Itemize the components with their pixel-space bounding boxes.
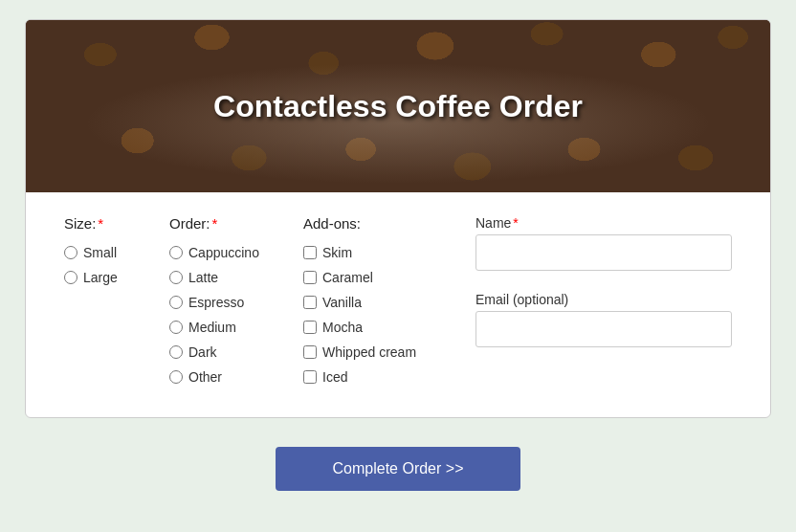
order-dark-label[interactable]: Dark <box>188 344 217 360</box>
addon-whipped-cream-item: Whipped cream <box>303 344 475 360</box>
order-medium-radio[interactable] <box>169 321 183 334</box>
addon-vanilla-item: Vanilla <box>303 295 475 310</box>
size-column: Size:* Small Large <box>64 215 169 388</box>
order-cappuccino-item: Cappuccino <box>169 245 303 260</box>
addon-iced-checkbox[interactable] <box>303 370 317 384</box>
contact-column: Name* Email (optional) <box>475 215 732 388</box>
footer: Complete Order >> <box>19 437 777 510</box>
addon-skim-checkbox[interactable] <box>303 246 317 259</box>
complete-order-button[interactable]: Complete Order >> <box>276 447 521 491</box>
addon-mocha-checkbox[interactable] <box>303 321 317 334</box>
name-input[interactable] <box>475 234 732 271</box>
order-medium-item: Medium <box>169 320 303 335</box>
addon-caramel-checkbox[interactable] <box>303 271 317 284</box>
size-label: Size:* <box>64 215 169 232</box>
email-input[interactable] <box>475 311 732 347</box>
order-dark-radio[interactable] <box>169 345 183 359</box>
size-small-label[interactable]: Small <box>83 245 117 260</box>
addon-iced-label[interactable]: Iced <box>322 369 347 385</box>
size-small-item: Small <box>64 245 169 260</box>
order-latte-item: Latte <box>169 270 303 285</box>
order-espresso-radio[interactable] <box>169 296 183 309</box>
addon-whipped-cream-checkbox[interactable] <box>303 345 317 359</box>
form-section: Size:* Small Large Order:* Cappuccino <box>26 192 770 417</box>
order-medium-label[interactable]: Medium <box>188 320 236 335</box>
email-field-label: Email (optional) <box>475 292 732 307</box>
order-cappuccino-radio[interactable] <box>169 246 183 259</box>
order-other-item: Other <box>169 369 303 385</box>
addon-vanilla-checkbox[interactable] <box>303 296 317 309</box>
addon-mocha-label[interactable]: Mocha <box>322 320 363 335</box>
addon-whipped-cream-label[interactable]: Whipped cream <box>322 344 416 360</box>
order-other-radio[interactable] <box>169 370 183 384</box>
order-espresso-item: Espresso <box>169 295 303 310</box>
addons-column: Add-ons: Skim Caramel Vanilla Mocha Whip… <box>303 215 475 388</box>
size-large-item: Large <box>64 270 169 285</box>
order-other-label[interactable]: Other <box>188 369 222 385</box>
hero-banner: Contactless Coffee Order <box>26 20 770 192</box>
main-card: Contactless Coffee Order Size:* Small La… <box>25 19 771 418</box>
order-cappuccino-label[interactable]: Cappuccino <box>188 245 259 260</box>
addons-label: Add-ons: <box>303 215 475 232</box>
order-label: Order:* <box>169 215 303 232</box>
addon-skim-item: Skim <box>303 245 475 260</box>
name-field-label: Name* <box>475 215 732 231</box>
order-column: Order:* Cappuccino Latte Espresso Medium… <box>169 215 303 388</box>
addon-caramel-item: Caramel <box>303 270 475 285</box>
size-large-label[interactable]: Large <box>83 270 118 285</box>
size-large-radio[interactable] <box>64 271 77 284</box>
order-dark-item: Dark <box>169 344 303 360</box>
email-group: Email (optional) <box>475 292 732 347</box>
order-espresso-label[interactable]: Espresso <box>188 295 244 310</box>
addon-mocha-item: Mocha <box>303 320 475 335</box>
page-title: Contactless Coffee Order <box>213 89 583 124</box>
addon-iced-item: Iced <box>303 369 475 385</box>
order-latte-label[interactable]: Latte <box>188 270 218 285</box>
addon-skim-label[interactable]: Skim <box>322 245 352 260</box>
order-latte-radio[interactable] <box>169 271 183 284</box>
addon-vanilla-label[interactable]: Vanilla <box>322 295 362 310</box>
size-small-radio[interactable] <box>64 246 77 259</box>
addon-caramel-label[interactable]: Caramel <box>322 270 373 285</box>
name-group: Name* <box>475 215 732 271</box>
